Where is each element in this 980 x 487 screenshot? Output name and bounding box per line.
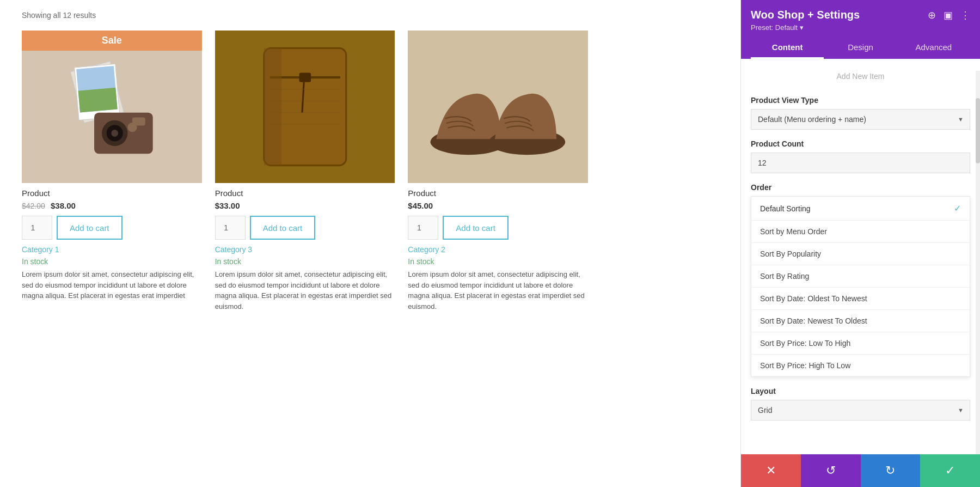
product-name-2: Product — [215, 188, 395, 198]
product-view-type-label: Product View Type — [751, 96, 970, 105]
order-label: Order — [751, 183, 970, 192]
product-card-3: New Product $45.00 Add to cart Category … — [408, 31, 588, 317]
panel-preset: Preset: Default ▾ — [751, 23, 970, 32]
preset-chevron[interactable]: ▾ — [800, 23, 804, 32]
redo-button[interactable]: ↻ — [861, 454, 921, 487]
product-image-3: New — [408, 31, 588, 183]
svg-rect-19 — [264, 48, 281, 165]
tab-advanced[interactable]: Advanced — [897, 37, 970, 59]
order-option-label: Sort By Price: Low To High — [760, 339, 850, 348]
more-icon[interactable]: ⋮ — [960, 9, 970, 21]
product-name-3: Product — [408, 188, 588, 198]
product-count-section: Product Count — [751, 139, 970, 173]
in-stock-3: In stock — [408, 257, 588, 266]
product-grid: Sale — [22, 31, 588, 317]
product-desc-2: Lorem ipsum dolor sit amet, consectetur … — [215, 269, 395, 312]
price-sale-1: $38.00 — [51, 201, 76, 210]
layout-wrap: Grid — [751, 400, 970, 421]
order-option-price-high[interactable]: Sort By Price: High To Low — [751, 355, 970, 376]
product-count-label: Product Count — [751, 139, 970, 148]
settings-panel: Woo Shop + Settings ⊕ ▣ ⋮ Preset: Defaul… — [740, 0, 980, 487]
cancel-button[interactable]: ✕ — [741, 454, 801, 487]
qty-input-3[interactable] — [408, 216, 438, 240]
undo-button[interactable]: ↺ — [801, 454, 861, 487]
order-option-label: Sort By Price: High To Low — [760, 361, 850, 370]
order-section: Order Default Sorting ✓ Sort by Menu Ord… — [751, 183, 970, 377]
product-info-3: Product $45.00 Add to cart Category 2 In… — [408, 183, 588, 317]
save-button[interactable]: ✓ — [920, 454, 980, 487]
panel-title-row: Woo Shop + Settings ⊕ ▣ ⋮ — [751, 9, 970, 21]
product-price-3: $45.00 — [408, 201, 588, 210]
product-view-type-section: Product View Type Default (Menu ordering… — [751, 96, 970, 130]
product-count-input[interactable] — [751, 153, 970, 173]
layout-icon[interactable]: ▣ — [944, 9, 953, 21]
order-option-label: Sort By Date: Newest To Oldest — [760, 316, 867, 325]
layout-label: Layout — [751, 387, 970, 395]
order-option-popularity[interactable]: Sort By Popularity — [751, 243, 970, 265]
add-to-cart-button-3[interactable]: Add to cart — [443, 216, 509, 240]
order-option-date-oldest[interactable]: Sort By Date: Oldest To Newest — [751, 288, 970, 310]
svg-rect-3 — [78, 88, 118, 113]
svg-point-7 — [111, 130, 118, 137]
product-image-2: New — [215, 31, 395, 183]
target-icon[interactable]: ⊕ — [928, 9, 936, 21]
product-info-1: Product $42.00 $38.00 Add to cart Catego… — [22, 183, 202, 307]
product-area: Showing all 12 results Sale — [0, 0, 740, 487]
category-link-2[interactable]: Category 3 — [215, 245, 395, 254]
cart-row-3: Add to cart — [408, 216, 588, 240]
check-icon: ✓ — [954, 203, 961, 214]
product-desc-1: Lorem ipsum dolor sit amet, consectetur … — [22, 269, 202, 301]
tab-design[interactable]: Design — [824, 37, 897, 59]
order-option-label: Default Sorting — [760, 204, 811, 213]
scroll-indicator[interactable] — [976, 71, 980, 454]
order-dropdown: Default Sorting ✓ Sort by Menu Order Sor… — [751, 196, 970, 377]
cart-row-1: Add to cart — [22, 216, 202, 240]
panel-body: Add New Item Product View Type Default (… — [741, 59, 980, 454]
product-view-type-select[interactable]: Default (Menu ordering + name) — [751, 109, 970, 130]
in-stock-2: In stock — [215, 257, 395, 266]
order-option-default-sorting[interactable]: Default Sorting ✓ — [751, 197, 970, 221]
order-option-label: Sort By Date: Oldest To Newest — [760, 294, 867, 303]
panel-header: Woo Shop + Settings ⊕ ▣ ⋮ Preset: Defaul… — [741, 0, 980, 59]
order-option-label: Sort by Menu Order — [760, 227, 827, 236]
order-option-rating[interactable]: Sort By Rating — [751, 265, 970, 288]
qty-input-2[interactable] — [215, 216, 246, 240]
product-price-1: $42.00 $38.00 — [22, 201, 202, 210]
order-option-menu-order[interactable]: Sort by Menu Order — [751, 221, 970, 243]
price-original-1: $42.00 — [22, 202, 45, 210]
product-card: Sale — [22, 31, 202, 317]
panel-footer: ✕ ↺ ↻ ✓ — [741, 454, 980, 487]
order-option-label: Sort By Popularity — [760, 249, 821, 258]
svg-rect-12 — [299, 73, 311, 82]
product-info-2: Product $33.00 Add to cart Category 3 In… — [215, 183, 395, 317]
sale-badge: Sale — [22, 31, 202, 51]
order-option-date-newest[interactable]: Sort By Date: Newest To Oldest — [751, 310, 970, 332]
price-3: $45.00 — [408, 201, 433, 210]
product-name-1: Product — [22, 188, 202, 198]
panel-header-icons: ⊕ ▣ ⋮ — [928, 9, 970, 21]
qty-input-1[interactable] — [22, 216, 52, 240]
product-price-2: $33.00 — [215, 201, 395, 210]
order-option-price-low[interactable]: Sort By Price: Low To High — [751, 332, 970, 355]
category-link-3[interactable]: Category 2 — [408, 245, 588, 254]
product-image-1: Sale — [22, 31, 202, 183]
cart-row-2: Add to cart — [215, 216, 395, 240]
product-card-2: New Product $33.00 Add to cart Category … — [215, 31, 395, 317]
layout-section: Layout Grid — [751, 387, 970, 421]
panel-tabs: Content Design Advanced — [751, 37, 970, 59]
preset-label[interactable]: Preset: Default — [751, 23, 798, 32]
add-to-cart-button-1[interactable]: Add to cart — [57, 216, 122, 240]
scroll-thumb — [976, 98, 980, 163]
add-to-cart-button-2[interactable]: Add to cart — [250, 216, 316, 240]
product-desc-3: Lorem ipsum dolor sit amet, consectetur … — [408, 269, 588, 312]
add-new-item[interactable]: Add New Item — [751, 68, 970, 85]
product-view-type-wrap: Default (Menu ordering + name) — [751, 109, 970, 130]
svg-point-9 — [127, 123, 137, 132]
layout-select[interactable]: Grid — [751, 400, 970, 421]
category-link-1[interactable]: Category 1 — [22, 245, 202, 254]
tab-content[interactable]: Content — [751, 37, 824, 59]
in-stock-1: In stock — [22, 257, 202, 266]
price-2: $33.00 — [215, 201, 240, 210]
order-option-label: Sort By Rating — [760, 272, 809, 281]
panel-title: Woo Shop + Settings — [751, 9, 860, 21]
